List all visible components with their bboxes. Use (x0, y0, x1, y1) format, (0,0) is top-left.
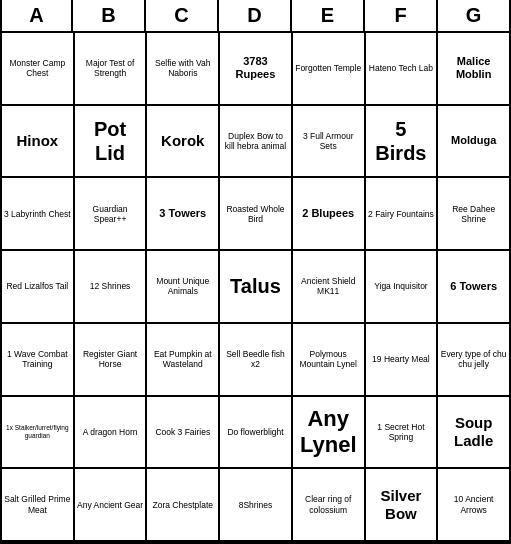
cell-r5-c2: Cook 3 Fairies (147, 397, 220, 470)
cell-r4-c4: Polymous Mountain Lynel (293, 324, 366, 397)
cell-r0-c6: Malice Moblin (438, 33, 511, 106)
cell-r4-c0: 1 Wave Combat Training (2, 324, 75, 397)
cell-r4-c1: Register Giant Horse (75, 324, 148, 397)
cell-r2-c2: 3 Towers (147, 178, 220, 251)
cell-r3-c0: Red Lizalfos Tail (2, 251, 75, 324)
cell-r0-c0: Monster Camp Chest (2, 33, 75, 106)
cell-r3-c4: Ancient Shield MK11 (293, 251, 366, 324)
cell-r3-c5: Yiga Inquisitor (366, 251, 439, 324)
cell-r0-c4: Forgotten Temple (293, 33, 366, 106)
header-E: E (292, 0, 365, 31)
cell-r5-c0: 1x Stalker/lurret/flying guardian (2, 397, 75, 470)
cell-r6-c5: Silver Bow (366, 469, 439, 542)
cell-r1-c2: Korok (147, 106, 220, 179)
cell-r4-c2: Eat Pumpkin at Wasteland (147, 324, 220, 397)
cell-r3-c3: Talus (220, 251, 293, 324)
cell-r0-c3: 3783 Rupees (220, 33, 293, 106)
header-D: D (219, 0, 292, 31)
header-A: A (0, 0, 73, 31)
cell-r2-c0: 3 Labyrinth Chest (2, 178, 75, 251)
cell-r1-c6: Molduga (438, 106, 511, 179)
header-G: G (438, 0, 511, 31)
cell-r6-c1: Any Ancient Gear (75, 469, 148, 542)
cell-r6-c2: Zora Chestplate (147, 469, 220, 542)
cell-r5-c5: 1 Secret Hot Spring (366, 397, 439, 470)
header-B: B (73, 0, 146, 31)
cell-r0-c2: Selfie with Vah Naboris (147, 33, 220, 106)
cell-r0-c5: Hateno Tech Lab (366, 33, 439, 106)
cell-r6-c4: Clear ring of colossium (293, 469, 366, 542)
cell-r5-c4: Any Lynel (293, 397, 366, 470)
cell-r3-c2: Mount Unique Animals (147, 251, 220, 324)
cell-r6-c0: Salt Grilled Prime Meat (2, 469, 75, 542)
cell-r4-c5: 19 Hearty Meal (366, 324, 439, 397)
cell-r2-c4: 2 Blupees (293, 178, 366, 251)
cell-r6-c3: 8Shrines (220, 469, 293, 542)
header-C: C (146, 0, 219, 31)
cell-r5-c1: A dragon Horn (75, 397, 148, 470)
cell-r4-c3: Sell Beedle fish x2 (220, 324, 293, 397)
cell-r2-c6: Ree Dahee Shrine (438, 178, 511, 251)
cell-r6-c6: 10 Ancient Arrows (438, 469, 511, 542)
header-F: F (365, 0, 438, 31)
bingo-board: ABCDEFG Monster Camp ChestMajor Test of … (0, 0, 511, 544)
cell-r5-c6: Soup Ladle (438, 397, 511, 470)
cell-r2-c1: Guardian Spear++ (75, 178, 148, 251)
cell-r1-c3: Duplex Bow to kill hebra animal (220, 106, 293, 179)
header-row: ABCDEFG (0, 0, 511, 33)
cell-r1-c1: Pot Lid (75, 106, 148, 179)
cell-r0-c1: Major Test of Strength (75, 33, 148, 106)
cell-r1-c4: 3 Full Armour Sets (293, 106, 366, 179)
cell-r2-c5: 2 Fairy Fountains (366, 178, 439, 251)
cell-r1-c5: 5 Birds (366, 106, 439, 179)
cell-r2-c3: Roasted Whole Bird (220, 178, 293, 251)
cell-r1-c0: Hinox (2, 106, 75, 179)
bingo-grid: Monster Camp ChestMajor Test of Strength… (0, 33, 511, 544)
cell-r3-c1: 12 Shrines (75, 251, 148, 324)
cell-r3-c6: 6 Towers (438, 251, 511, 324)
cell-r5-c3: Do flowerblight (220, 397, 293, 470)
cell-r4-c6: Every type of chu chu jelly (438, 324, 511, 397)
